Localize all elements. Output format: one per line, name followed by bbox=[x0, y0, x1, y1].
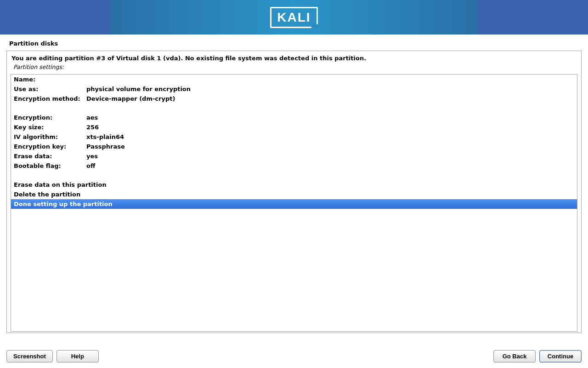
go-back-button[interactable]: Go Back bbox=[493, 350, 536, 362]
blank-row bbox=[11, 104, 577, 113]
action-label: Erase data on this partition bbox=[14, 181, 574, 188]
partition-description: You are editing partition #3 of Virtual … bbox=[11, 55, 577, 63]
setting-value: xts-plain64 bbox=[86, 133, 574, 140]
action-label: Done setting up the partition bbox=[14, 201, 574, 207]
setting-key: Encryption method: bbox=[14, 95, 86, 102]
blank-row bbox=[11, 171, 577, 180]
settings-list: Name: Use as: physical volume for encryp… bbox=[11, 74, 577, 332]
banner-left bbox=[0, 0, 110, 34]
kali-logo: KALI bbox=[270, 7, 317, 28]
banner-center: KALI bbox=[110, 0, 478, 34]
setting-row-encryption[interactable]: Encryption: aes bbox=[11, 113, 577, 122]
screenshot-button[interactable]: Screenshot bbox=[6, 350, 53, 362]
setting-key: Use as: bbox=[14, 86, 86, 92]
continue-button[interactable]: Continue bbox=[539, 350, 582, 362]
setting-key: Bootable flag: bbox=[14, 162, 86, 169]
setting-key: Name: bbox=[14, 76, 86, 83]
kali-logo-text: KALI bbox=[277, 10, 311, 24]
setting-value bbox=[86, 76, 574, 83]
banner-right bbox=[478, 0, 588, 34]
action-delete-partition[interactable]: Delete the partition bbox=[11, 190, 577, 199]
setting-row-key-size[interactable]: Key size: 256 bbox=[11, 122, 577, 132]
setting-row-encryption-key[interactable]: Encryption key: Passphrase bbox=[11, 142, 577, 151]
action-label: Delete the partition bbox=[14, 191, 574, 198]
help-button[interactable]: Help bbox=[57, 350, 99, 362]
setting-value: Device-mapper (dm-crypt) bbox=[86, 95, 574, 102]
setting-row-iv-algorithm[interactable]: IV algorithm: xts-plain64 bbox=[11, 132, 577, 142]
setting-value: aes bbox=[86, 114, 574, 121]
setting-key: Encryption key: bbox=[14, 143, 86, 150]
setting-value: Passphrase bbox=[86, 143, 574, 150]
action-erase-data[interactable]: Erase data on this partition bbox=[11, 180, 577, 190]
setting-value: physical volume for encryption bbox=[86, 86, 574, 92]
setting-row-bootable-flag[interactable]: Bootable flag: off bbox=[11, 161, 577, 171]
setting-value: off bbox=[86, 162, 574, 169]
header-banner: KALI bbox=[0, 0, 588, 34]
setting-row-name[interactable]: Name: bbox=[11, 75, 577, 84]
content-frame: You are editing partition #3 of Virtual … bbox=[6, 51, 582, 333]
footer-spacer bbox=[102, 350, 493, 362]
setting-key: IV algorithm: bbox=[14, 133, 86, 140]
setting-value: yes bbox=[86, 153, 574, 160]
page-title: Partition disks bbox=[0, 34, 588, 51]
setting-key: Key size: bbox=[14, 124, 86, 131]
setting-row-use-as[interactable]: Use as: physical volume for encryption bbox=[11, 84, 577, 94]
partition-subdescription: Partition settings: bbox=[11, 63, 577, 74]
setting-value: 256 bbox=[86, 124, 574, 131]
setting-row-encryption-method[interactable]: Encryption method: Device-mapper (dm-cry… bbox=[11, 94, 577, 104]
setting-row-erase-data[interactable]: Erase data: yes bbox=[11, 151, 577, 161]
footer-bar: Screenshot Help Go Back Continue bbox=[0, 345, 588, 368]
setting-key: Erase data: bbox=[14, 153, 86, 160]
setting-key: Encryption: bbox=[14, 114, 86, 121]
action-done-setting-up[interactable]: Done setting up the partition bbox=[11, 199, 577, 209]
